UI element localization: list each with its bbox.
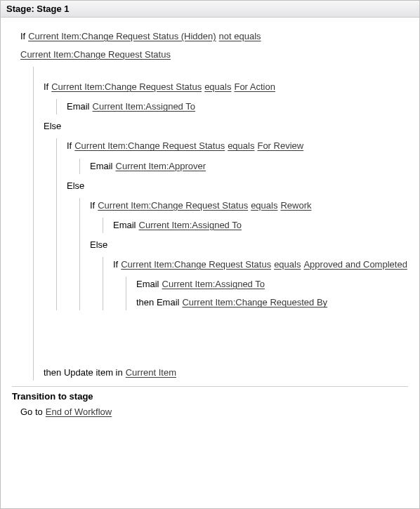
keyword-email: Email bbox=[90, 159, 113, 174]
else-row[interactable]: Else bbox=[67, 178, 408, 194]
condition-left[interactable]: Current Item:Change Request Status bbox=[51, 79, 202, 95]
action-row[interactable]: then Update item in Current Item bbox=[44, 365, 408, 381]
keyword-email: Email bbox=[67, 99, 90, 114]
keyword-if: If bbox=[113, 257, 118, 272]
stage-title: Stage: Stage 1 bbox=[6, 4, 70, 14]
keyword-if: If bbox=[67, 138, 72, 154]
keyword-if: If bbox=[44, 79, 48, 95]
workflow-canvas: If Current Item:Change Request Status (H… bbox=[1, 18, 419, 432]
condition-left[interactable]: Current Item:Change Request Status (Hidd… bbox=[28, 29, 216, 44]
keyword-then-email: then Email bbox=[136, 295, 179, 310]
condition-op[interactable]: equals bbox=[204, 79, 231, 95]
keyword-else: Else bbox=[90, 237, 107, 253]
keyword-if: If bbox=[20, 29, 25, 44]
condition-row[interactable]: If Current Item:Change Request Status (H… bbox=[20, 29, 408, 62]
condition-left[interactable]: Current Item:Change Request Status bbox=[121, 257, 271, 272]
action-row[interactable]: Email Current Item:Assigned To bbox=[67, 99, 408, 114]
divider bbox=[12, 386, 408, 387]
else-row[interactable]: Else bbox=[44, 119, 408, 134]
update-target[interactable]: Current Item bbox=[126, 365, 176, 381]
condition-row[interactable]: If Current Item:Change Request Status eq… bbox=[90, 198, 408, 213]
email-target[interactable]: Current Item:Approver bbox=[116, 159, 206, 174]
email-target[interactable]: Current Item:Assigned To bbox=[93, 99, 195, 114]
condition-right[interactable]: Current Item:Change Request Status bbox=[20, 47, 171, 62]
keyword-else: Else bbox=[67, 178, 84, 194]
condition-row[interactable]: If Current Item:Change Request Status eq… bbox=[67, 138, 408, 154]
condition-right[interactable]: Approved and Completed bbox=[303, 257, 407, 272]
condition-right[interactable]: Rework bbox=[280, 198, 311, 213]
keyword-if: If bbox=[90, 198, 95, 213]
transition-target[interactable]: End of Workflow bbox=[46, 404, 112, 420]
action-row[interactable]: then Email Current Item:Change Requested… bbox=[136, 295, 408, 310]
stage-header: Stage: Stage 1 bbox=[1, 1, 419, 18]
condition-right[interactable]: For Action bbox=[234, 79, 275, 95]
keyword-goto: Go to bbox=[20, 404, 43, 420]
email-target[interactable]: Current Item:Change Requested By bbox=[182, 295, 327, 310]
condition-op[interactable]: not equals bbox=[219, 29, 261, 44]
condition-right[interactable]: For Review bbox=[257, 138, 303, 154]
keyword-email: Email bbox=[113, 218, 136, 233]
email-target[interactable]: Current Item:Assigned To bbox=[139, 218, 242, 233]
condition-op[interactable]: equals bbox=[228, 138, 254, 154]
keyword-email: Email bbox=[136, 277, 159, 292]
action-row[interactable]: Email Current Item:Assigned To bbox=[136, 277, 408, 292]
condition-op[interactable]: equals bbox=[274, 257, 301, 272]
condition-row[interactable]: If Current Item:Change Request Status eq… bbox=[44, 79, 408, 95]
condition-op[interactable]: equals bbox=[251, 198, 277, 213]
action-row[interactable]: Email Current Item:Assigned To bbox=[113, 218, 408, 233]
keyword-else: Else bbox=[44, 119, 61, 134]
condition-left[interactable]: Current Item:Change Request Status bbox=[74, 138, 225, 154]
condition-left[interactable]: Current Item:Change Request Status bbox=[98, 198, 248, 213]
condition-row[interactable]: If Current Item:Change Request Status eq… bbox=[113, 257, 408, 272]
transition-title: Transition to stage bbox=[12, 391, 408, 402]
else-row[interactable]: Else bbox=[90, 237, 408, 253]
keyword-then-update: then Update item in bbox=[44, 365, 123, 381]
email-target[interactable]: Current Item:Assigned To bbox=[162, 277, 265, 292]
action-row[interactable]: Email Current Item:Approver bbox=[90, 159, 408, 174]
transition-row[interactable]: Go to End of Workflow bbox=[20, 404, 408, 420]
